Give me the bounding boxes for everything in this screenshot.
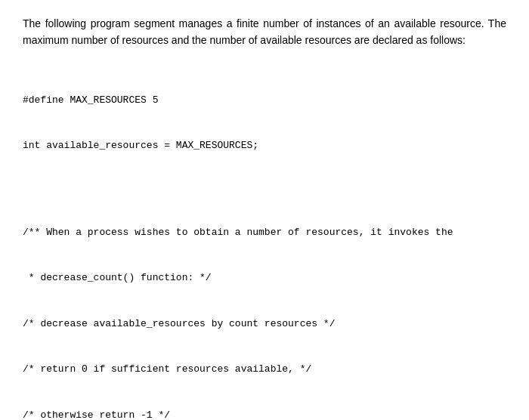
decrease-function-section: /** When a process wishes to obtain a nu… <box>23 195 506 420</box>
decrease-comment-1: /** When a process wishes to obtain a nu… <box>23 225 506 240</box>
define-line: #define MAX_RESOURCES 5 <box>23 93 506 108</box>
decrease-comment-3: /* decrease available_resources by count… <box>23 317 506 332</box>
code-defines-section: #define MAX_RESOURCES 5 int available_re… <box>23 63 506 169</box>
decrease-comment-2: * decrease_count() function: */ <box>23 270 506 286</box>
int-line: int available_resources = MAX_RESOURCES; <box>23 138 506 153</box>
decrease-comment-5: /* otherwise return -1 */ <box>23 408 506 420</box>
decrease-comment-4: /* return 0 if sufficient resources avai… <box>23 362 506 377</box>
description-text: The following program segment manages a … <box>23 15 506 49</box>
